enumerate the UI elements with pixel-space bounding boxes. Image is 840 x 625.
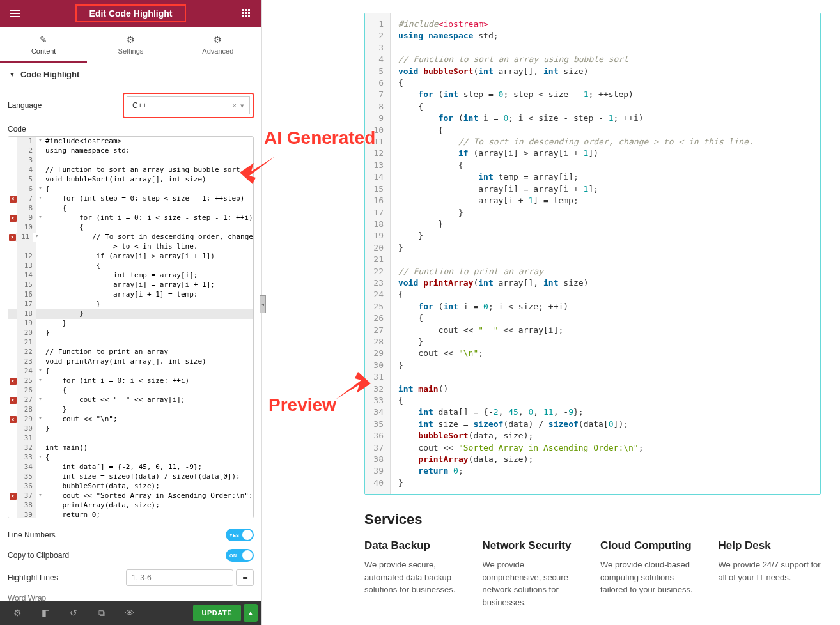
editor-line[interactable]: 24▾{ (8, 367, 253, 376)
editor-line[interactable]: 36 bubbleSort(data, size); (8, 482, 253, 491)
service-title: Help Desk (719, 539, 821, 552)
editor-line[interactable]: 26 { (8, 386, 253, 396)
update-caret[interactable]: ▲ (244, 604, 258, 622)
editor-line[interactable]: 30} (8, 424, 253, 434)
copy-clipboard-label: Copy to Clipboard (8, 551, 69, 560)
highlight-lines-label: Highlight Lines (8, 573, 58, 582)
editor-line[interactable]: 2using namespace std; (8, 146, 253, 156)
apps-grid-icon[interactable] (236, 3, 256, 24)
highlight-lines-input[interactable] (126, 569, 233, 586)
code-label: Code (8, 125, 123, 134)
service-column: Network SecurityWe provide comprehensive… (483, 539, 586, 608)
responsive-icon[interactable]: ⧉ (88, 604, 115, 622)
editor-line[interactable]: 21 (8, 338, 253, 348)
error-marker-icon[interactable]: × (9, 234, 16, 241)
editor-line[interactable]: ×11▾ // To sort in descending order, cha… (8, 233, 253, 242)
tab-content[interactable]: ✎ Content (0, 27, 87, 63)
editor-line[interactable]: 12 if (array[i] > array[i + 1]) (8, 252, 253, 261)
editor-line[interactable]: 19 } (8, 319, 253, 328)
section-title: Code Highlight (20, 70, 79, 79)
tab-settings[interactable]: ⚙ Settings (87, 27, 174, 63)
editor-line[interactable]: 39 return 0; (8, 511, 253, 518)
editor-line[interactable]: 33▾{ (8, 453, 253, 463)
editor-line[interactable]: 13 { (8, 261, 253, 271)
toggle-knob (242, 530, 253, 540)
pencil-icon: ✎ (0, 35, 87, 45)
language-value: C++ (132, 101, 147, 110)
editor-line[interactable]: 1▾#include<iostream> (8, 137, 253, 146)
section-header[interactable]: ▼ Code Highlight (0, 63, 261, 86)
error-marker-icon[interactable]: × (10, 378, 17, 385)
error-marker-icon[interactable]: × (10, 493, 17, 500)
editor-line[interactable]: 5void bubbleSort(int array[], int size) (8, 175, 253, 185)
editor-line[interactable]: 35 int size = sizeof(data) / sizeof(data… (8, 472, 253, 482)
editor-line[interactable]: 10 { (8, 223, 253, 233)
caret-down-icon: ▼ (9, 71, 15, 78)
menu-icon[interactable] (5, 3, 26, 24)
error-marker-icon[interactable]: × (10, 196, 17, 203)
svg-rect-3 (242, 12, 244, 14)
service-desc: We provide secure, automated data backup… (364, 559, 467, 596)
panel-resize-handle[interactable]: ◂ (260, 295, 266, 313)
line-numbers-toggle[interactable]: YES (226, 529, 254, 541)
editor-line[interactable]: ×7▾ for (int step = 0; step < size - 1; … (8, 194, 253, 204)
editor-line[interactable]: 34 int data[] = {-2, 45, 0, 11, -9}; (8, 463, 253, 472)
editor-line[interactable]: 38 printArray(data, size); (8, 501, 253, 511)
editor-line[interactable]: 22// Function to print an array (8, 348, 253, 357)
language-select-highlight: C++ × ▾ (123, 93, 254, 118)
line-numbers-label: Line Numbers (8, 530, 56, 539)
copy-clipboard-toggle[interactable]: ON (226, 549, 254, 562)
editor-line[interactable]: 32int main() (8, 444, 253, 453)
tabs: ✎ Content ⚙ Settings ⚙ Advanced (0, 27, 261, 63)
editor-line[interactable]: 3 (8, 156, 253, 166)
editor-line[interactable]: 18 } (8, 309, 253, 319)
svg-rect-6 (242, 15, 244, 17)
toggle-knob (242, 550, 253, 560)
editor-line[interactable]: 14 int temp = array[i]; (8, 271, 253, 281)
panel-header: Edit Code Highlight (0, 0, 261, 27)
editor-line[interactable]: 6▾{ (8, 185, 253, 194)
editor-line[interactable]: 28 } (8, 405, 253, 415)
editor-line[interactable]: ×9▾ for (int i = 0; i < size - step - 1;… (8, 213, 253, 223)
error-marker-icon[interactable]: × (10, 215, 17, 222)
preview-icon[interactable]: 👁 (116, 604, 143, 622)
history-icon[interactable]: ↺ (60, 604, 87, 622)
editor-line[interactable]: ×25▾ for (int i = 0; i < size; ++i) (8, 376, 253, 386)
layers-icon[interactable]: ◧ (32, 604, 59, 622)
preview-panel: 1234567891011121314151617181920212223242… (275, 0, 840, 625)
service-title: Network Security (483, 539, 586, 552)
highlight-lines-button[interactable]: ≣ (236, 569, 254, 586)
svg-rect-5 (248, 12, 250, 14)
update-button[interactable]: UPDATE (193, 605, 241, 621)
preview-line-numbers: 1234567891011121314151617181920212223242… (365, 13, 391, 494)
tab-label: Content (31, 47, 56, 55)
editor-line[interactable]: 15 array[i] = array[i + 1]; (8, 281, 253, 290)
svg-rect-1 (245, 9, 247, 11)
word-wrap-label: Word Wrap (8, 594, 46, 601)
editor-line[interactable]: ×29▾ cout << "\n"; (8, 415, 253, 424)
editor-line[interactable]: 16 array[i + 1] = temp; (8, 290, 253, 300)
error-marker-icon[interactable]: × (10, 397, 17, 404)
editor-line[interactable]: 4// Function to sort an array using bubb… (8, 166, 253, 175)
editor-line[interactable]: 31 (8, 434, 253, 444)
editor-line[interactable]: > to < in this line. (8, 242, 253, 252)
code-editor[interactable]: 1▾#include<iostream>2using namespace std… (8, 136, 254, 518)
list-icon: ≣ (242, 574, 248, 582)
editor-line[interactable]: ×37▾ cout << "Sorted Array in Ascending … (8, 491, 253, 501)
error-marker-icon[interactable]: × (10, 416, 17, 423)
service-desc: We provide 24/7 support for all of your … (719, 559, 821, 583)
preview-code: #include<iostream>using namespace std; /… (391, 13, 820, 494)
language-select[interactable]: C++ × ▾ (127, 96, 250, 114)
code-preview: 1234567891011121314151617181920212223242… (364, 13, 821, 495)
editor-line[interactable]: 17 } (8, 300, 253, 309)
settings-icon[interactable]: ⚙ (4, 604, 31, 622)
editor-line[interactable]: 20} (8, 328, 253, 338)
tab-advanced[interactable]: ⚙ Advanced (175, 27, 261, 63)
service-desc: We provide cloud-based computing solutio… (600, 559, 703, 596)
gear-icon: ⚙ (87, 35, 174, 45)
editor-line[interactable]: 23void printArray(int array[], int size) (8, 357, 253, 367)
service-column: Cloud ComputingWe provide cloud-based co… (600, 539, 703, 608)
panel-title: Edit Code Highlight (75, 4, 187, 22)
editor-line[interactable]: ×27▾ cout << " " << array[i]; (8, 396, 253, 405)
editor-line[interactable]: 8 { (8, 204, 253, 213)
